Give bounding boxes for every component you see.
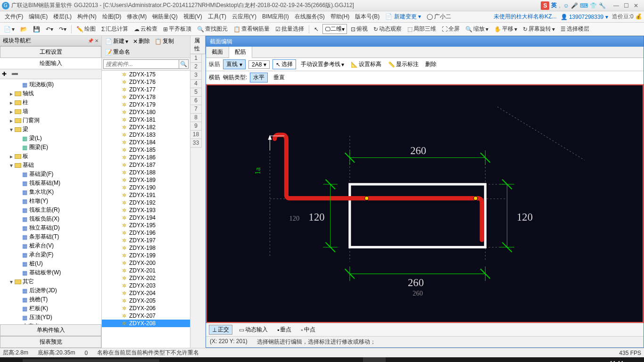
comp-new[interactable]: 📄新建▾ [104, 37, 130, 46]
menu-item[interactable]: 版本号(B) [352, 13, 382, 20]
menu-item[interactable]: 绘图(D) [99, 13, 124, 20]
tool-rebar[interactable]: 📋 查看钢筋量 [231, 25, 272, 33]
explorer-icon[interactable]: 📁 [227, 357, 250, 362]
menu-item[interactable]: 帮助(H) [328, 13, 353, 20]
tab-report[interactable]: 报表预览 [0, 336, 101, 348]
search-button[interactable]: 🔍 [179, 59, 189, 69]
component-item[interactable]: ✲ZDYX-187 [102, 161, 190, 169]
menu-newchange[interactable]: 📄 新建变更 ▾ [382, 13, 424, 21]
app-icon-3[interactable]: ◉ [318, 357, 340, 362]
minimize-button[interactable]: — [613, 2, 619, 9]
component-item[interactable]: ✲ZDYX-204 [102, 289, 190, 297]
view-full[interactable]: ⛶ 全屏 [440, 25, 462, 33]
component-item[interactable]: ✲ZDYX-196 [102, 229, 190, 237]
component-item[interactable]: ✲ZDYX-195 [102, 222, 190, 229]
component-item[interactable]: ✲ZDYX-192 [102, 199, 190, 206]
tree-node[interactable]: ▦现浇板(B) [0, 80, 101, 89]
tree-toolbar[interactable]: ✚➖ [0, 69, 101, 79]
tool-new[interactable]: 📄▾ [2, 26, 17, 33]
tree-node[interactable]: ▦桩承台(V) [0, 241, 101, 250]
component-item[interactable]: ✲ZDYX-181 [102, 116, 190, 123]
component-item[interactable]: ✲ZDYX-184 [102, 139, 190, 146]
tab-section[interactable]: 截面 [206, 47, 229, 58]
dynamic-input[interactable]: ▭ 动态输入 [236, 325, 271, 334]
row-num[interactable]: 1 [190, 54, 201, 63]
tree-node[interactable]: ▦栏板(K) [0, 304, 101, 313]
mid-snap[interactable]: ▫ 中点 [298, 325, 318, 334]
tree-node[interactable]: ▾基础 [0, 161, 101, 170]
tree-node[interactable]: ▦基础板带(W) [0, 268, 101, 277]
tree-node[interactable]: ▸门窗洞 [0, 116, 101, 125]
tree-node[interactable]: ▦独立基础(D) [0, 223, 101, 232]
ortho-toggle[interactable]: ⊥ 正交 [209, 325, 232, 335]
tree-node[interactable]: ▦压顶(YD) [0, 313, 101, 322]
tree-node[interactable]: ▦条形基础(T) [0, 232, 101, 241]
tab-single[interactable]: 单构件输入 [0, 324, 101, 336]
mode-combo[interactable]: 直线▾ [223, 59, 246, 69]
row-num[interactable]: 8 [190, 114, 201, 122]
app-icon-5[interactable]: 📝 [386, 357, 408, 362]
component-item[interactable]: ✲ZDYX-207 [102, 312, 190, 320]
close-button[interactable]: ✕ [634, 2, 638, 9]
component-item[interactable]: ✲ZDYX-200 [102, 259, 190, 267]
search-input[interactable] [103, 59, 179, 69]
component-item[interactable]: ✲ZDYX-197 [102, 237, 190, 244]
row-num[interactable]: 5 [190, 88, 201, 97]
taskview-icon[interactable]: ⊞ [159, 357, 182, 362]
tray-clock[interactable]: 11:112018/7/16 [604, 360, 629, 362]
tree-node[interactable]: ▦集水坑(K) [0, 188, 101, 197]
tool-find[interactable]: 🔍 查找图元 [195, 25, 230, 33]
component-item[interactable]: ✲ZDYX-191 [102, 191, 190, 199]
row-num[interactable]: 33 [190, 139, 201, 148]
tree-node[interactable]: ▦承台梁(F) [0, 250, 101, 259]
drawing-canvas[interactable]: 260 120 120 120 [206, 84, 644, 323]
show-annot[interactable]: 📏 显示标注 [386, 60, 421, 69]
component-item[interactable]: ✲ZDYX-193 [102, 206, 190, 214]
menu-item[interactable]: 云应用(Y) [229, 13, 259, 20]
pin-icon[interactable]: 📌 ✕ [88, 38, 99, 43]
tree-node[interactable]: ▦梁(L) [0, 134, 101, 143]
row-num[interactable]: 7 [190, 105, 201, 114]
menu-item[interactable]: 修改(M) [124, 13, 149, 20]
start-button[interactable] [0, 357, 23, 362]
row-num[interactable]: 18 [190, 131, 201, 139]
component-item[interactable]: ✲ZDYX-198 [102, 244, 190, 252]
app-icon-active[interactable]: ⊕ [363, 357, 386, 362]
ime-toolbar[interactable]: ☺🎤⌨👕🔧 [562, 2, 607, 9]
menu-item[interactable]: 编辑(E) [26, 13, 50, 20]
menu-item[interactable]: 工具(T) [205, 13, 229, 20]
row-num[interactable]: 2 [190, 63, 201, 71]
user-radio[interactable]: ◯ 广小二 [424, 13, 454, 21]
opt-vertical[interactable]: 垂直 [271, 73, 288, 82]
tool-undo[interactable]: ↶▾ [44, 26, 55, 33]
tree-node[interactable]: ▦桩(U) [0, 259, 101, 268]
tree-node[interactable]: ▦圈梁(E) [0, 143, 101, 152]
taskbar-search[interactable]: 在这里输入你要搜索的内容 [23, 359, 159, 362]
component-item[interactable]: ✲ZDYX-180 [102, 108, 190, 116]
opt-horizontal[interactable]: 水平 [250, 73, 268, 82]
tree-node[interactable]: ▦基础梁(F) [0, 170, 101, 179]
maximize-button[interactable]: ☐ [624, 2, 629, 9]
perp-snap[interactable]: ▪ 垂点 [274, 325, 294, 334]
warn-link[interactable]: 未使用的柱大样名称KZ... [494, 13, 556, 21]
tree-node[interactable]: ▸柱 [0, 98, 101, 107]
user-phone[interactable]: 👤 13907298339 ▾ [561, 14, 608, 20]
comp-rename[interactable]: 📝重命名 [104, 48, 132, 57]
select-button[interactable]: ↖ 选择 [272, 59, 296, 69]
view-zoom[interactable]: 🔍 缩放 ▾ [463, 25, 490, 33]
tool-save[interactable]: 💾 [31, 26, 42, 33]
spec-combo[interactable]: 2A8 ▾ [248, 60, 270, 69]
view-top[interactable]: ⊡ 俯视 [349, 25, 370, 33]
tool-draw[interactable]: ✏️绘图 [74, 25, 98, 33]
tree-node[interactable]: ▦后浇带(JD) [0, 286, 101, 295]
tree-node[interactable]: ▸墙 [0, 107, 101, 116]
comp-copy[interactable]: 📋复制 [153, 37, 175, 46]
row-num[interactable]: 4 [190, 80, 201, 88]
component-item[interactable]: ✲ZDYX-205 [102, 297, 190, 304]
view-pan[interactable]: ✋ 平移 ▾ [492, 25, 519, 33]
component-item[interactable]: ✲ZDYX-199 [102, 252, 190, 259]
component-item[interactable]: ✲ZDYX-176 [102, 78, 190, 86]
tree-node[interactable]: ▸板 [0, 152, 101, 161]
tool-align[interactable]: ⊞ 平齐板顶 [161, 25, 193, 33]
app-icon-2[interactable]: ▣ [295, 357, 318, 362]
